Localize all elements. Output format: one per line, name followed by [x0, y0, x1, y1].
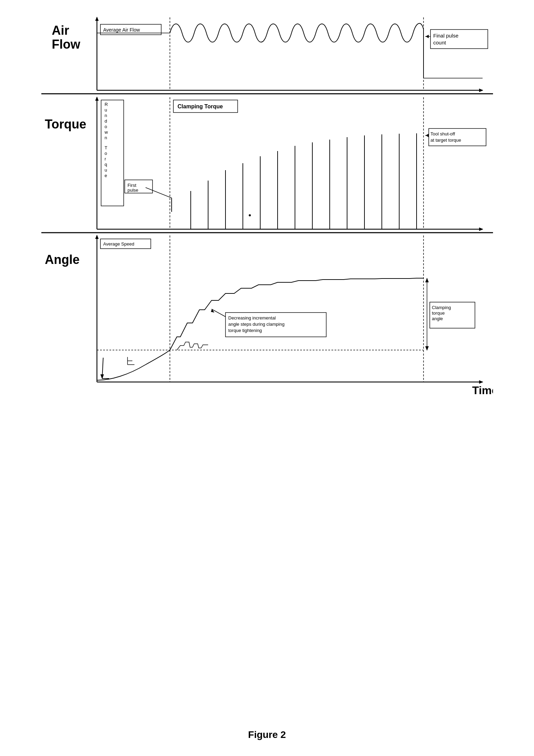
tool-shutoff-label: Tool shut-off [430, 131, 455, 136]
figure-container: Air Flow Average Air Flow [41, 10, 493, 740]
air-flow-label: Air [52, 23, 69, 38]
clamping-torque-angle-label2: torque [432, 310, 445, 316]
air-flow-label2: Flow [52, 37, 81, 51]
dec-inc-angle-label3: torque tightening [228, 328, 262, 333]
rundown-n: n [105, 135, 107, 140]
first-pulse-label2: pulse [128, 188, 138, 193]
svg-line-23 [146, 188, 172, 198]
svg-marker-17 [479, 227, 483, 231]
svg-point-39 [249, 214, 251, 216]
svg-line-63 [212, 309, 225, 317]
rundown-T: T [105, 145, 107, 150]
page: Air Flow Average Air Flow [0, 0, 534, 756]
rundown-d: d [105, 118, 107, 124]
svg-marker-60 [425, 346, 429, 351]
clamping-torque-angle-label: Clamping [432, 305, 451, 310]
svg-marker-12 [426, 35, 429, 38]
rundown-u: u [105, 107, 107, 113]
rundown-w: w [104, 130, 108, 135]
rundown-r: R [105, 102, 108, 107]
svg-marker-47 [479, 380, 483, 384]
torque-label: Torque [45, 117, 86, 131]
svg-marker-45 [95, 235, 99, 239]
rundown-o: o [105, 124, 107, 129]
angle-label: Angle [45, 252, 80, 267]
rundown-u2: u [105, 167, 107, 173]
first-pulse-label: First [128, 183, 137, 188]
final-pulse-count-label: Final pulse [433, 33, 459, 39]
time-axis-label: Time [472, 384, 493, 397]
svg-marker-15 [95, 97, 99, 101]
svg-marker-42 [426, 134, 429, 137]
final-pulse-count-label2: count [433, 40, 446, 45]
rundown-e: e [105, 173, 107, 178]
main-diagram: Air Flow Average Air Flow [41, 10, 493, 722]
dec-inc-angle-label2: angle steps during clamping [228, 322, 285, 327]
rundown-o2: o [105, 151, 107, 156]
figure-caption: Figure 2 [248, 729, 286, 740]
dec-inc-angle-label: Decreasing incremental [228, 315, 276, 321]
avg-air-flow-label: Average Air Flow [103, 27, 140, 33]
avg-speed-label: Average Speed [103, 241, 134, 247]
svg-marker-1 [95, 17, 99, 21]
rundown-n: n [105, 113, 107, 118]
clamping-torque-angle-label3: angle [432, 316, 443, 321]
rundown-q: q [105, 162, 107, 167]
svg-marker-59 [425, 278, 429, 282]
svg-marker-3 [479, 89, 483, 92]
rundown-r2: r [105, 156, 106, 161]
clamping-torque-label: Clamping Torque [178, 103, 223, 109]
tool-shutoff-label2: at target torque [430, 138, 461, 143]
